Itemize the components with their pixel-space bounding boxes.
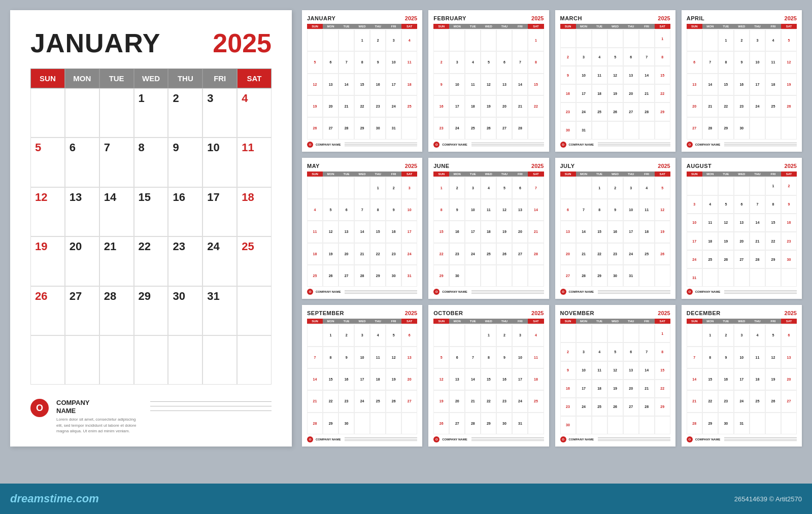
small-footer-line (598, 437, 670, 438)
small-cell: 12 (781, 51, 797, 73)
small-month-name: OCTOBER (433, 310, 463, 316)
small-cell: 26 (307, 117, 323, 139)
large-cell: 23 (168, 236, 202, 286)
small-cell: 24 (734, 390, 750, 412)
small-cell: 23 (734, 95, 750, 117)
day-header-fri: FRI (202, 68, 237, 88)
large-cell: 20 (65, 236, 99, 286)
large-cell (134, 335, 168, 385)
small-cell: 15 (370, 221, 386, 243)
small-year: 2025 (785, 163, 797, 169)
small-footer: OCOMPANY NAME (560, 142, 670, 148)
small-cell: 1 (655, 29, 670, 48)
small-cell: 13 (560, 221, 576, 243)
day-header-mon: MON (65, 68, 99, 88)
small-calendar-march: MARCH2025SUNMONTUEWEDTHUFRISAT1234567891… (555, 10, 675, 152)
small-footer-lines (345, 437, 417, 441)
small-cell: 21 (465, 390, 481, 412)
large-cell: 5 (30, 138, 65, 187)
small-footer-lines (598, 437, 670, 441)
small-day-name: SUN (560, 319, 576, 324)
small-cell: 24 (386, 95, 401, 117)
small-cal-header: JULY2025 (560, 163, 670, 169)
day-header-tue: TUE (99, 68, 134, 88)
small-cell: 19 (607, 84, 623, 102)
small-cell: 2 (560, 48, 576, 66)
small-cell: 18 (702, 232, 718, 250)
small-cell (623, 416, 639, 434)
small-cell: 3 (386, 29, 401, 51)
small-cell: 14 (639, 66, 655, 84)
small-cell: 11 (307, 221, 323, 243)
small-cell: 19 (323, 243, 339, 265)
dreamstime-logo-suffix: .com (73, 492, 99, 505)
small-footer: OCOMPANY NAME (307, 142, 417, 148)
small-cell: 31 (512, 413, 528, 434)
small-cell (386, 413, 401, 434)
small-cell (496, 265, 512, 287)
small-cell: 11 (702, 214, 718, 232)
small-company-name: COMPANY NAME (442, 290, 467, 293)
small-cell (765, 268, 781, 287)
small-cell: 28 (576, 265, 592, 287)
small-day-name: WED (354, 172, 370, 177)
small-cell: 26 (655, 243, 670, 265)
small-cell: 18 (481, 221, 496, 243)
small-cell: 8 (433, 199, 449, 221)
small-day-name: THU (370, 172, 386, 177)
small-cell: 11 (639, 199, 655, 221)
small-cell: 20 (687, 95, 702, 117)
small-day-name: SUN (687, 172, 702, 177)
small-company-name: COMPANY NAME (569, 290, 594, 293)
small-cell: 28 (750, 250, 765, 268)
small-footer-lines (724, 290, 797, 294)
small-day-name: FRI (639, 319, 655, 324)
small-cell: 16 (560, 380, 576, 398)
small-cell (307, 177, 323, 199)
small-cell: 13 (496, 74, 512, 95)
small-day-name: TUE (592, 172, 607, 177)
small-cell (639, 324, 655, 342)
small-cell: 1 (592, 177, 607, 199)
small-cell: 28 (528, 243, 544, 265)
small-cell: 16 (386, 221, 401, 243)
small-cell: 18 (639, 221, 655, 243)
small-cell: 23 (339, 390, 354, 412)
small-cell: 21 (528, 221, 544, 243)
small-cell: 22 (354, 95, 370, 117)
small-calendar-january: JANUARY2025SUNMONTUEWEDTHUFRISAT12345678… (302, 10, 422, 152)
small-cell: 2 (560, 342, 576, 361)
small-cell: 26 (386, 390, 401, 412)
large-cell (30, 335, 65, 385)
small-cell: 6 (687, 51, 702, 73)
small-cell: 13 (623, 361, 639, 380)
small-cell: 11 (465, 74, 481, 95)
small-cell: 10 (512, 347, 528, 368)
small-day-name: WED (607, 172, 623, 177)
small-day-name: FRI (512, 24, 528, 29)
small-footer-lines (345, 143, 417, 146)
small-day-name: MON (449, 319, 465, 324)
small-day-name: MON (323, 172, 339, 177)
small-company-name: COMPANY NAME (442, 438, 467, 441)
small-cell: 30 (370, 117, 386, 139)
small-day-name: THU (750, 319, 765, 324)
small-cell: 8 (655, 48, 670, 66)
small-cell: 26 (765, 390, 781, 412)
small-day-name: MON (576, 24, 592, 29)
small-cell: 2 (734, 29, 750, 51)
small-company-name: COMPANY NAME (316, 290, 341, 293)
small-cell: 3 (576, 342, 592, 361)
small-footer-line (345, 290, 417, 291)
day-header-wed: WED (134, 68, 168, 88)
small-cell: 4 (592, 48, 607, 66)
small-cell: 28 (702, 117, 718, 139)
small-day-name: MON (449, 172, 465, 177)
small-cell: 10 (750, 51, 765, 73)
small-cell: 17 (734, 368, 750, 390)
small-day-name: WED (354, 319, 370, 324)
small-cell: 12 (607, 361, 623, 380)
small-day-name: TUE (339, 172, 354, 177)
small-month-name: DECEMBER (687, 310, 721, 316)
small-day-name: THU (623, 24, 639, 29)
